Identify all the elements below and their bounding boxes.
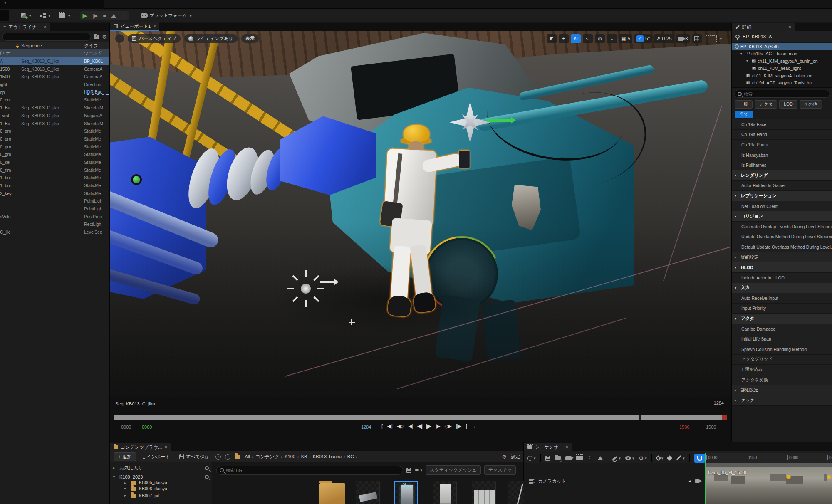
surface-snap-button[interactable]: ⇣ bbox=[607, 34, 617, 43]
blueprints-button[interactable] bbox=[37, 12, 53, 20]
outliner-row[interactable]: ightDirection bbox=[0, 81, 109, 89]
add-camera-cut-icon[interactable]: + bbox=[689, 479, 691, 484]
outliner-row[interactable]: PointLigh bbox=[0, 197, 109, 205]
grid-snap-button[interactable]: ▦ 5 bbox=[619, 34, 632, 43]
outliner-row[interactable]: C_jikLevelSeq bbox=[0, 228, 109, 236]
outliner-row[interactable]: sVoluPostProc bbox=[0, 212, 109, 220]
property-row[interactable]: アクタを変換 bbox=[732, 375, 832, 385]
world-space-button[interactable]: ⊕ bbox=[595, 34, 605, 43]
light-widget[interactable] bbox=[285, 268, 327, 309]
property-row[interactable]: Ch 19a Face bbox=[732, 119, 832, 130]
property-section-header[interactable]: ▾アクタ bbox=[732, 314, 832, 324]
transport-button[interactable]: ◀◇ bbox=[397, 423, 404, 429]
sequencer-playhead[interactable] bbox=[705, 453, 706, 504]
chevron-down-icon[interactable]: ▾ bbox=[735, 317, 738, 321]
property-section-header[interactable]: ▾レプリケーション bbox=[732, 191, 832, 201]
viewport-menu-button[interactable]: ≡ bbox=[115, 34, 124, 43]
property-row[interactable]: Can be Damaged bbox=[732, 324, 832, 334]
transport-button[interactable]: [ bbox=[381, 423, 382, 429]
transport-button[interactable]: ◀ bbox=[417, 422, 422, 430]
play-button[interactable]: ▶ bbox=[83, 12, 88, 20]
dots-icon[interactable]: ⋮ bbox=[587, 455, 593, 461]
close-icon[interactable] bbox=[788, 24, 791, 30]
details-filter-tab[interactable]: その他 bbox=[800, 100, 822, 109]
transport-button[interactable]: ||▶ bbox=[456, 423, 461, 429]
outliner-row[interactable]: 0_groStaticMe bbox=[0, 127, 109, 135]
root-folder-row[interactable]: ▾ K100_2023 bbox=[110, 472, 212, 481]
property-section-collapsed[interactable]: ▸詳細設定 bbox=[732, 252, 832, 263]
search-icon[interactable] bbox=[205, 466, 209, 470]
property-section-header[interactable]: ▾レンダリング bbox=[732, 170, 832, 181]
move-tool-button[interactable]: + bbox=[559, 34, 569, 43]
asset-thumbnail-panel[interactable] bbox=[433, 481, 457, 504]
breadcrumb-item[interactable]: KB013_bacha bbox=[313, 454, 342, 459]
camera-speed-button[interactable]: 3 bbox=[676, 34, 690, 43]
outliner-row[interactable]: 0_kikStaticMe bbox=[0, 158, 109, 166]
chevron-down-icon[interactable]: ▾ bbox=[740, 52, 744, 56]
folder-tree-item[interactable]: ▸KB005_daisya bbox=[110, 481, 212, 485]
property-row[interactable]: Net Load on Client bbox=[732, 201, 832, 212]
filmstrip-frame[interactable] bbox=[822, 467, 832, 504]
play-options-dots-icon[interactable]: ⋮ bbox=[121, 12, 126, 19]
outliner-row[interactable]: 1500Seq_KB013_C_jikoCameraA bbox=[0, 73, 109, 81]
quad-view-button[interactable] bbox=[692, 34, 702, 43]
key-filled-icon[interactable] bbox=[667, 455, 672, 461]
view-options-dropdown[interactable] bbox=[625, 456, 634, 460]
spawn-camera-icon[interactable] bbox=[695, 479, 700, 483]
create-actor-icon[interactable] bbox=[597, 456, 603, 460]
asset-searchbox[interactable] bbox=[216, 466, 403, 475]
property-row[interactable]: Generate Overlap Events During Level Str… bbox=[732, 222, 832, 232]
camera-cuts-filmstrip[interactable]: Cam_Bb_9f_1500f bbox=[705, 463, 832, 504]
add-asset-button[interactable]: +追加 bbox=[114, 452, 136, 461]
level-tab[interactable]: * bbox=[0, 0, 104, 9]
outliner-row[interactable]: 0_groStaticMe bbox=[0, 143, 109, 151]
details-searchbox[interactable] bbox=[734, 90, 830, 98]
details-filter-tab[interactable]: LOD bbox=[779, 100, 797, 109]
component-tree-row[interactable]: ▾ch11_KJM_sagyouA_buhin_on bbox=[732, 57, 832, 65]
gizmo-green-axis[interactable] bbox=[487, 119, 511, 122]
frame-skip-button[interactable]: |▶ bbox=[92, 12, 98, 19]
transport-button[interactable]: ] bbox=[466, 423, 467, 429]
transport-button[interactable]: → bbox=[471, 423, 476, 429]
outliner-row[interactable]: 1500Seq_KB013_C_jikoCameraA bbox=[0, 65, 109, 73]
component-tree-row[interactable]: BP_KB013_A (Self) bbox=[732, 43, 832, 50]
chevron-down-icon[interactable]: ▾ bbox=[735, 286, 738, 290]
folder-tree-item[interactable]: ▸KB006_daisya bbox=[110, 485, 212, 492]
property-section-collapsed[interactable]: ▸詳細設定 bbox=[732, 385, 832, 395]
world-dropdown[interactable] bbox=[527, 456, 536, 461]
property-row[interactable]: Input Priority bbox=[732, 304, 832, 314]
details-search-input[interactable] bbox=[744, 91, 827, 96]
view-range-end[interactable]: 1500 bbox=[706, 425, 716, 430]
view-range-start[interactable]: 0000 bbox=[121, 425, 131, 430]
tab-sequencer[interactable]: シーケンサー bbox=[524, 443, 572, 451]
new-folder-icon[interactable]: + bbox=[94, 35, 99, 39]
breadcrumb-item[interactable]: K100 bbox=[285, 454, 295, 459]
outliner-search-input[interactable] bbox=[6, 35, 88, 40]
outliner-row[interactable]: PointLigh bbox=[0, 205, 109, 213]
outliner-row[interactable]: 1_BaSeq_KB013_C_jikoSkeletalM bbox=[0, 104, 109, 112]
layout-dropdown[interactable] bbox=[704, 34, 724, 43]
property-row[interactable]: Is Hansyaban bbox=[732, 150, 832, 161]
property-row[interactable]: Spawn Collision Handling Method bbox=[732, 344, 832, 355]
find-in-browser-icon[interactable] bbox=[555, 456, 561, 460]
playhead-marker[interactable] bbox=[639, 415, 641, 420]
auto-key-dropdown[interactable]: ⚙ bbox=[639, 455, 647, 461]
platform-button[interactable]: プラットフォーム bbox=[138, 11, 194, 20]
chevron-right-icon[interactable]: ▸ bbox=[735, 398, 738, 402]
close-icon[interactable] bbox=[565, 444, 568, 450]
chevron-right-icon[interactable]: ▸ bbox=[124, 481, 128, 485]
outliner-row[interactable]: 1_buiStaticMe bbox=[0, 174, 109, 182]
asset-thumbnail-cabinets[interactable] bbox=[472, 481, 496, 504]
current-frame[interactable]: 1284 bbox=[361, 425, 371, 430]
select-tool-button[interactable]: ◤ bbox=[547, 34, 557, 43]
filmstrip-frame[interactable] bbox=[758, 467, 822, 504]
transport-button[interactable]: ▶ bbox=[426, 422, 431, 430]
forward-icon[interactable]: › bbox=[225, 454, 230, 460]
favorites-row[interactable]: ▸ お気に入り bbox=[110, 464, 212, 472]
tab-viewport1[interactable]: ビューポート1 bbox=[110, 22, 159, 31]
asset-thumbnail-plate[interactable] bbox=[356, 481, 380, 504]
asset-folder-thumbnail[interactable] bbox=[319, 483, 345, 504]
filter-chip-static-mesh[interactable]: スタティックメッシュ bbox=[426, 465, 481, 475]
filmstrip-header-bar[interactable] bbox=[705, 463, 832, 467]
chevron-right-icon[interactable]: ▸ bbox=[735, 388, 738, 392]
